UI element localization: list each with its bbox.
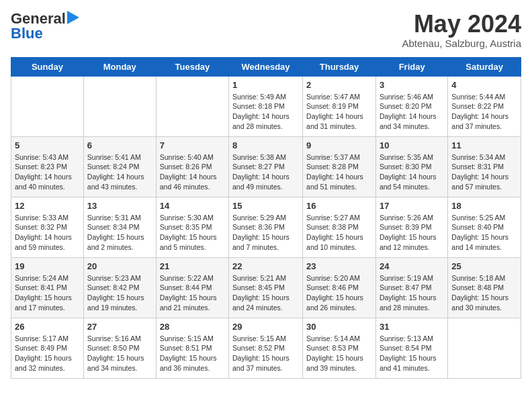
day-info: Sunrise: 5:17 AMSunset: 8:49 PMDaylight:… [15, 334, 80, 373]
day-number: 24 [380, 261, 444, 271]
day-info: Sunrise: 5:15 AMSunset: 8:51 PMDaylight:… [160, 334, 225, 373]
table-row: 17Sunrise: 5:26 AMSunset: 8:39 PMDayligh… [375, 197, 447, 257]
col-saturday: Saturday [448, 57, 521, 76]
table-row: 2Sunrise: 5:47 AMSunset: 8:19 PMDaylight… [303, 76, 376, 136]
table-row: 26Sunrise: 5:17 AMSunset: 8:49 PMDayligh… [11, 318, 84, 378]
col-friday: Friday [375, 57, 447, 76]
logo: General Blue [11, 11, 79, 42]
col-tuesday: Tuesday [156, 57, 228, 76]
day-number: 17 [380, 201, 444, 211]
day-number: 21 [160, 261, 225, 271]
day-info: Sunrise: 5:15 AMSunset: 8:52 PMDaylight:… [232, 334, 299, 373]
day-number: 3 [380, 80, 444, 90]
day-number: 7 [160, 140, 225, 150]
calendar-week-row: 12Sunrise: 5:33 AMSunset: 8:32 PMDayligh… [11, 197, 521, 257]
day-number: 30 [306, 322, 372, 332]
day-number: 2 [306, 80, 372, 90]
day-number: 19 [15, 261, 80, 271]
day-number: 14 [160, 201, 225, 211]
table-row: 9Sunrise: 5:37 AMSunset: 8:28 PMDaylight… [303, 136, 376, 197]
table-row: 19Sunrise: 5:24 AMSunset: 8:41 PMDayligh… [11, 257, 84, 318]
col-monday: Monday [83, 57, 156, 76]
table-row: 14Sunrise: 5:30 AMSunset: 8:35 PMDayligh… [156, 197, 228, 257]
day-number: 8 [232, 140, 299, 150]
calendar-header-row: Sunday Monday Tuesday Wednesday Thursday… [11, 57, 521, 76]
table-row: 22Sunrise: 5:21 AMSunset: 8:45 PMDayligh… [229, 257, 303, 318]
day-info: Sunrise: 5:20 AMSunset: 8:46 PMDaylight:… [306, 273, 372, 313]
day-info: Sunrise: 5:30 AMSunset: 8:35 PMDaylight:… [160, 213, 225, 253]
table-row: 29Sunrise: 5:15 AMSunset: 8:52 PMDayligh… [229, 318, 303, 378]
table-row: 1Sunrise: 5:49 AMSunset: 8:18 PMDaylight… [229, 76, 303, 136]
table-row: 13Sunrise: 5:31 AMSunset: 8:34 PMDayligh… [83, 197, 156, 257]
month-title: May 2024 [402, 11, 521, 38]
day-info: Sunrise: 5:37 AMSunset: 8:28 PMDaylight:… [306, 152, 372, 192]
table-row: 21Sunrise: 5:22 AMSunset: 8:44 PMDayligh… [156, 257, 228, 318]
day-number: 1 [232, 80, 299, 90]
table-row: 12Sunrise: 5:33 AMSunset: 8:32 PMDayligh… [11, 197, 84, 257]
calendar-week-row: 26Sunrise: 5:17 AMSunset: 8:49 PMDayligh… [11, 318, 521, 378]
day-info: Sunrise: 5:26 AMSunset: 8:39 PMDaylight:… [380, 213, 444, 253]
day-number: 15 [232, 201, 299, 211]
day-info: Sunrise: 5:14 AMSunset: 8:53 PMDaylight:… [306, 334, 372, 373]
day-info: Sunrise: 5:16 AMSunset: 8:50 PMDaylight:… [87, 334, 152, 373]
table-row: 30Sunrise: 5:14 AMSunset: 8:53 PMDayligh… [303, 318, 376, 378]
day-info: Sunrise: 5:21 AMSunset: 8:45 PMDaylight:… [232, 273, 299, 313]
day-info: Sunrise: 5:47 AMSunset: 8:19 PMDaylight:… [306, 92, 372, 132]
day-info: Sunrise: 5:19 AMSunset: 8:47 PMDaylight:… [380, 273, 444, 313]
day-number: 12 [15, 201, 80, 211]
day-info: Sunrise: 5:18 AMSunset: 8:48 PMDaylight:… [451, 273, 517, 313]
day-info: Sunrise: 5:34 AMSunset: 8:31 PMDaylight:… [451, 152, 517, 192]
table-row [156, 76, 228, 136]
table-row: 7Sunrise: 5:40 AMSunset: 8:26 PMDaylight… [156, 136, 228, 197]
day-info: Sunrise: 5:43 AMSunset: 8:23 PMDaylight:… [15, 152, 80, 192]
calendar-week-row: 5Sunrise: 5:43 AMSunset: 8:23 PMDaylight… [11, 136, 521, 197]
day-number: 18 [451, 201, 517, 211]
day-info: Sunrise: 5:33 AMSunset: 8:32 PMDaylight:… [15, 213, 80, 253]
day-number: 16 [306, 201, 372, 211]
logo-arrow-icon [67, 11, 79, 24]
day-info: Sunrise: 5:23 AMSunset: 8:42 PMDaylight:… [87, 273, 152, 313]
table-row: 10Sunrise: 5:35 AMSunset: 8:30 PMDayligh… [375, 136, 447, 197]
day-number: 4 [451, 80, 517, 90]
day-info: Sunrise: 5:31 AMSunset: 8:34 PMDaylight:… [87, 213, 152, 253]
day-number: 11 [451, 140, 517, 150]
day-number: 28 [160, 322, 225, 332]
table-row: 15Sunrise: 5:29 AMSunset: 8:36 PMDayligh… [229, 197, 303, 257]
table-row: 28Sunrise: 5:15 AMSunset: 8:51 PMDayligh… [156, 318, 228, 378]
calendar-table: Sunday Monday Tuesday Wednesday Thursday… [11, 57, 521, 379]
table-row: 24Sunrise: 5:19 AMSunset: 8:47 PMDayligh… [375, 257, 447, 318]
day-info: Sunrise: 5:22 AMSunset: 8:44 PMDaylight:… [160, 273, 225, 313]
day-number: 27 [87, 322, 152, 332]
table-row: 4Sunrise: 5:44 AMSunset: 8:22 PMDaylight… [448, 76, 521, 136]
day-number: 6 [87, 140, 152, 150]
day-number: 29 [232, 322, 299, 332]
location: Abtenau, Salzburg, Austria [402, 38, 521, 49]
table-row: 25Sunrise: 5:18 AMSunset: 8:48 PMDayligh… [448, 257, 521, 318]
table-row: 8Sunrise: 5:38 AMSunset: 8:27 PMDaylight… [229, 136, 303, 197]
table-row: 11Sunrise: 5:34 AMSunset: 8:31 PMDayligh… [448, 136, 521, 197]
page-header: General Blue May 2024 Abtenau, Salzburg,… [11, 11, 521, 49]
day-number: 5 [15, 140, 80, 150]
table-row: 27Sunrise: 5:16 AMSunset: 8:50 PMDayligh… [83, 318, 156, 378]
col-thursday: Thursday [303, 57, 376, 76]
svg-marker-0 [67, 11, 79, 24]
col-wednesday: Wednesday [229, 57, 303, 76]
day-number: 10 [380, 140, 444, 150]
table-row: 23Sunrise: 5:20 AMSunset: 8:46 PMDayligh… [303, 257, 376, 318]
day-number: 26 [15, 322, 80, 332]
day-info: Sunrise: 5:35 AMSunset: 8:30 PMDaylight:… [380, 152, 444, 192]
day-info: Sunrise: 5:41 AMSunset: 8:24 PMDaylight:… [87, 152, 152, 192]
day-info: Sunrise: 5:29 AMSunset: 8:36 PMDaylight:… [232, 213, 299, 253]
col-sunday: Sunday [11, 57, 84, 76]
day-info: Sunrise: 5:38 AMSunset: 8:27 PMDaylight:… [232, 152, 299, 192]
day-info: Sunrise: 5:13 AMSunset: 8:54 PMDaylight:… [380, 334, 444, 373]
table-row: 3Sunrise: 5:46 AMSunset: 8:20 PMDaylight… [375, 76, 447, 136]
table-row [83, 76, 156, 136]
table-row: 31Sunrise: 5:13 AMSunset: 8:54 PMDayligh… [375, 318, 447, 378]
logo-blue-text: Blue [11, 26, 43, 42]
day-info: Sunrise: 5:25 AMSunset: 8:40 PMDaylight:… [451, 213, 517, 253]
day-info: Sunrise: 5:44 AMSunset: 8:22 PMDaylight:… [451, 92, 517, 132]
table-row [11, 76, 84, 136]
day-number: 25 [451, 261, 517, 271]
calendar-week-row: 19Sunrise: 5:24 AMSunset: 8:41 PMDayligh… [11, 257, 521, 318]
